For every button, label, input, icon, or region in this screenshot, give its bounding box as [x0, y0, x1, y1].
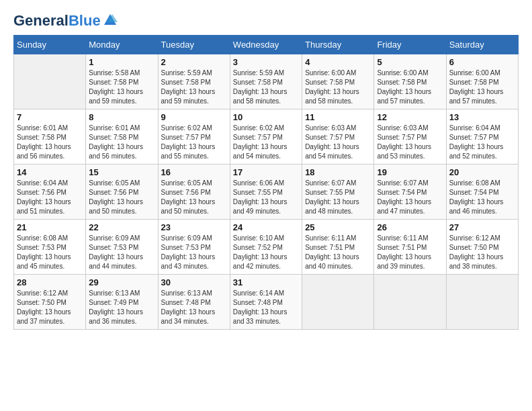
day-number: 8: [89, 112, 154, 122]
day-info: Sunrise: 6:03 AM Sunset: 7:57 PM Dayligh…: [377, 124, 443, 161]
header-cell-friday: Friday: [374, 36, 446, 54]
day-number: 15: [89, 167, 154, 177]
day-cell: 28Sunrise: 6:12 AM Sunset: 7:50 PM Dayli…: [14, 275, 86, 330]
day-cell: 17Sunrise: 6:06 AM Sunset: 7:55 PM Dayli…: [230, 165, 302, 220]
day-number: 20: [449, 167, 515, 177]
day-info: Sunrise: 6:05 AM Sunset: 7:56 PM Dayligh…: [89, 179, 154, 216]
day-info: Sunrise: 6:06 AM Sunset: 7:55 PM Dayligh…: [233, 179, 299, 216]
day-number: 6: [449, 57, 515, 67]
day-cell: [302, 275, 374, 330]
day-info: Sunrise: 5:59 AM Sunset: 7:58 PM Dayligh…: [161, 68, 227, 106]
day-cell: 3Sunrise: 5:59 AM Sunset: 7:58 PM Daylig…: [230, 54, 302, 109]
day-cell: 2Sunrise: 5:59 AM Sunset: 7:58 PM Daylig…: [158, 54, 230, 109]
day-number: 1: [89, 57, 154, 67]
week-row-3: 14Sunrise: 6:04 AM Sunset: 7:56 PM Dayli…: [14, 165, 519, 220]
day-info: Sunrise: 6:10 AM Sunset: 7:52 PM Dayligh…: [233, 234, 299, 271]
day-info: Sunrise: 6:14 AM Sunset: 7:48 PM Dayligh…: [233, 289, 299, 326]
day-info: Sunrise: 6:11 AM Sunset: 7:51 PM Dayligh…: [305, 234, 371, 271]
day-number: 4: [305, 57, 371, 67]
day-cell: 22Sunrise: 6:09 AM Sunset: 7:53 PM Dayli…: [86, 220, 158, 275]
calendar-table: SundayMondayTuesdayWednesdayThursdayFrid…: [13, 35, 519, 330]
week-row-4: 21Sunrise: 6:08 AM Sunset: 7:53 PM Dayli…: [14, 220, 519, 275]
day-info: Sunrise: 6:02 AM Sunset: 7:57 PM Dayligh…: [161, 124, 227, 161]
logo-text: GeneralBlue: [13, 13, 101, 28]
day-cell: 18Sunrise: 6:07 AM Sunset: 7:55 PM Dayli…: [302, 165, 374, 220]
day-info: Sunrise: 6:04 AM Sunset: 7:57 PM Dayligh…: [449, 124, 515, 161]
header-cell-tuesday: Tuesday: [158, 36, 230, 54]
day-number: 5: [377, 57, 443, 67]
day-info: Sunrise: 6:09 AM Sunset: 7:53 PM Dayligh…: [89, 234, 154, 271]
day-info: Sunrise: 6:02 AM Sunset: 7:57 PM Dayligh…: [233, 124, 299, 161]
day-number: 21: [17, 222, 83, 232]
day-info: Sunrise: 6:00 AM Sunset: 7:58 PM Dayligh…: [377, 68, 443, 106]
week-row-5: 28Sunrise: 6:12 AM Sunset: 7:50 PM Dayli…: [14, 275, 519, 330]
day-cell: 15Sunrise: 6:05 AM Sunset: 7:56 PM Dayli…: [86, 165, 158, 220]
day-cell: 27Sunrise: 6:12 AM Sunset: 7:50 PM Dayli…: [446, 220, 518, 275]
header-cell-monday: Monday: [86, 36, 158, 54]
day-info: Sunrise: 6:08 AM Sunset: 7:54 PM Dayligh…: [449, 179, 515, 216]
page-header: GeneralBlue: [13, 13, 519, 28]
week-row-1: 1Sunrise: 5:58 AM Sunset: 7:58 PM Daylig…: [14, 54, 519, 109]
day-number: 23: [161, 222, 227, 232]
header-row: SundayMondayTuesdayWednesdayThursdayFrid…: [14, 36, 519, 54]
day-cell: 21Sunrise: 6:08 AM Sunset: 7:53 PM Dayli…: [14, 220, 86, 275]
day-cell: 9Sunrise: 6:02 AM Sunset: 7:57 PM Daylig…: [158, 109, 230, 165]
day-cell: 7Sunrise: 6:01 AM Sunset: 7:58 PM Daylig…: [14, 109, 86, 165]
day-number: 31: [233, 277, 299, 287]
day-info: Sunrise: 6:01 AM Sunset: 7:58 PM Dayligh…: [89, 124, 154, 161]
day-number: 30: [161, 277, 227, 287]
day-info: Sunrise: 6:07 AM Sunset: 7:55 PM Dayligh…: [305, 179, 371, 216]
day-number: 28: [17, 277, 83, 287]
day-cell: 4Sunrise: 6:00 AM Sunset: 7:58 PM Daylig…: [302, 54, 374, 109]
logo-icon: [103, 13, 118, 28]
day-number: 19: [377, 167, 443, 177]
day-info: Sunrise: 5:59 AM Sunset: 7:58 PM Dayligh…: [233, 68, 299, 106]
day-info: Sunrise: 6:08 AM Sunset: 7:53 PM Dayligh…: [17, 234, 83, 271]
day-cell: 23Sunrise: 6:09 AM Sunset: 7:53 PM Dayli…: [158, 220, 230, 275]
header-cell-thursday: Thursday: [302, 36, 374, 54]
week-row-2: 7Sunrise: 6:01 AM Sunset: 7:58 PM Daylig…: [14, 109, 519, 165]
day-info: Sunrise: 6:12 AM Sunset: 7:50 PM Dayligh…: [17, 289, 83, 326]
day-number: 2: [161, 57, 227, 67]
day-number: 10: [233, 112, 299, 122]
day-cell: 16Sunrise: 6:05 AM Sunset: 7:56 PM Dayli…: [158, 165, 230, 220]
day-info: Sunrise: 6:00 AM Sunset: 7:58 PM Dayligh…: [305, 68, 371, 106]
day-number: 14: [17, 167, 83, 177]
day-cell: 12Sunrise: 6:03 AM Sunset: 7:57 PM Dayli…: [374, 109, 446, 165]
day-info: Sunrise: 6:13 AM Sunset: 7:49 PM Dayligh…: [89, 289, 154, 326]
day-info: Sunrise: 5:58 AM Sunset: 7:58 PM Dayligh…: [89, 68, 154, 106]
day-number: 3: [233, 57, 299, 67]
day-number: 13: [449, 112, 515, 122]
header-cell-wednesday: Wednesday: [230, 36, 302, 54]
day-info: Sunrise: 6:07 AM Sunset: 7:54 PM Dayligh…: [377, 179, 443, 216]
day-cell: 26Sunrise: 6:11 AM Sunset: 7:51 PM Dayli…: [374, 220, 446, 275]
day-cell: 14Sunrise: 6:04 AM Sunset: 7:56 PM Dayli…: [14, 165, 86, 220]
day-cell: 31Sunrise: 6:14 AM Sunset: 7:48 PM Dayli…: [230, 275, 302, 330]
day-cell: 11Sunrise: 6:03 AM Sunset: 7:57 PM Dayli…: [302, 109, 374, 165]
day-number: 27: [449, 222, 515, 232]
day-cell: 13Sunrise: 6:04 AM Sunset: 7:57 PM Dayli…: [446, 109, 518, 165]
day-number: 22: [89, 222, 154, 232]
day-info: Sunrise: 6:11 AM Sunset: 7:51 PM Dayligh…: [377, 234, 443, 271]
day-cell: 24Sunrise: 6:10 AM Sunset: 7:52 PM Dayli…: [230, 220, 302, 275]
day-cell: [446, 275, 518, 330]
day-cell: 30Sunrise: 6:13 AM Sunset: 7:48 PM Dayli…: [158, 275, 230, 330]
day-cell: 19Sunrise: 6:07 AM Sunset: 7:54 PM Dayli…: [374, 165, 446, 220]
day-info: Sunrise: 6:00 AM Sunset: 7:58 PM Dayligh…: [449, 68, 515, 106]
day-cell: 1Sunrise: 5:58 AM Sunset: 7:58 PM Daylig…: [86, 54, 158, 109]
logo: GeneralBlue: [13, 13, 118, 28]
day-number: 17: [233, 167, 299, 177]
day-number: 25: [305, 222, 371, 232]
day-info: Sunrise: 6:01 AM Sunset: 7:58 PM Dayligh…: [17, 124, 83, 161]
day-number: 11: [305, 112, 371, 122]
day-number: 24: [233, 222, 299, 232]
day-cell: 5Sunrise: 6:00 AM Sunset: 7:58 PM Daylig…: [374, 54, 446, 109]
day-info: Sunrise: 6:09 AM Sunset: 7:53 PM Dayligh…: [161, 234, 227, 271]
header-cell-sunday: Sunday: [14, 36, 86, 54]
day-number: 9: [161, 112, 227, 122]
day-number: 26: [377, 222, 443, 232]
header-cell-saturday: Saturday: [446, 36, 518, 54]
day-cell: 8Sunrise: 6:01 AM Sunset: 7:58 PM Daylig…: [86, 109, 158, 165]
day-info: Sunrise: 6:12 AM Sunset: 7:50 PM Dayligh…: [449, 234, 515, 271]
day-number: 29: [89, 277, 154, 287]
